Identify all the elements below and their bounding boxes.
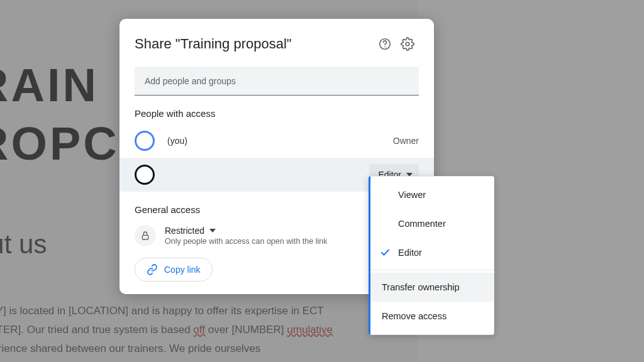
caret-down-icon [209, 229, 216, 233]
dropdown-item-label: Viewer [398, 190, 426, 200]
access-level-button[interactable]: Restricted [165, 226, 327, 236]
dropdown-item-label: Remove access [382, 311, 447, 321]
svg-point-1 [384, 47, 386, 48]
copy-link-button[interactable]: Copy link [135, 258, 213, 282]
copy-link-label: Copy link [164, 265, 201, 275]
dropdown-separator [370, 270, 494, 270]
people-with-access-heading: People with access [119, 96, 434, 124]
dropdown-item-viewer[interactable]: Viewer [370, 180, 494, 209]
help-icon[interactable] [374, 33, 396, 55]
person-row-owner: (you) Owner [119, 124, 434, 158]
avatar-icon [135, 131, 155, 151]
add-people-placeholder: Add people and groups [145, 76, 236, 86]
dropdown-item-transfer-ownership[interactable]: Transfer ownership [370, 273, 494, 302]
settings-gear-icon[interactable] [396, 33, 419, 55]
avatar-icon [135, 165, 155, 185]
access-level-desc: Only people with access can open with th… [165, 237, 327, 246]
person-name-you: (you) [155, 136, 393, 146]
dialog-title: Share "Training proposal" [135, 36, 374, 52]
dropdown-item-label: Editor [398, 248, 422, 258]
role-owner: Owner [393, 136, 419, 146]
dropdown-item-remove-access[interactable]: Remove access [370, 302, 494, 331]
dropdown-item-commenter[interactable]: Commenter [370, 209, 494, 238]
svg-point-2 [406, 42, 409, 46]
dropdown-item-editor[interactable]: Editor [370, 238, 494, 267]
checkmark-icon [379, 247, 391, 258]
access-level-label: Restricted [165, 226, 204, 236]
dropdown-item-label: Commenter [398, 219, 446, 229]
role-dropdown-menu: Viewer Commenter Editor Transfer ownersh… [369, 176, 494, 335]
svg-rect-3 [142, 235, 148, 239]
add-people-input[interactable]: Add people and groups [135, 67, 419, 96]
dropdown-item-label: Transfer ownership [382, 282, 460, 292]
lock-icon [135, 225, 156, 246]
